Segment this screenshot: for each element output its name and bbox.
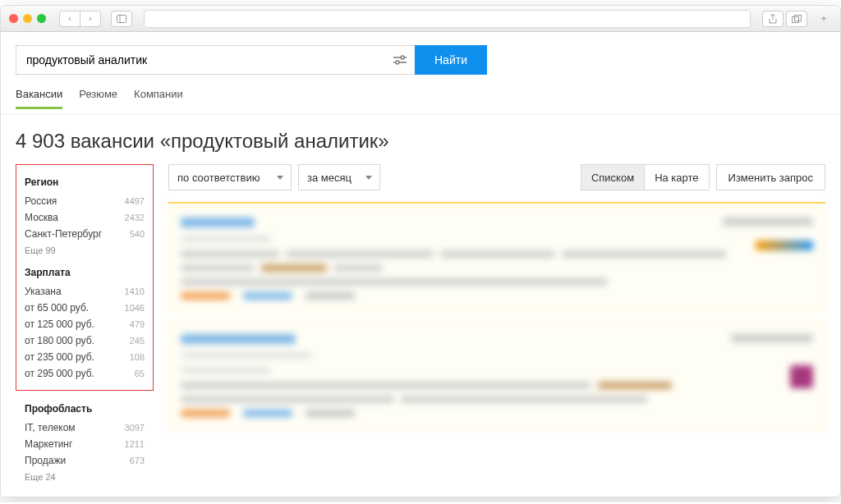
browser-toolbar: ‹ › + — [1, 6, 840, 32]
filter-count: 2432 — [125, 213, 145, 222]
results-list — [168, 202, 825, 429]
filter-block-region: Регион Россия 4497 Москва 2432 Санкт-Пет… — [16, 164, 154, 391]
filter-item[interactable]: IT, телеком 3097 — [25, 419, 145, 436]
type-tabs: Вакансии Резюме Компании — [1, 83, 840, 115]
sort-select-value: по соответствию — [177, 172, 260, 184]
filter-title: Профобласть — [25, 398, 145, 419]
window-minimize[interactable] — [23, 14, 32, 23]
results-main: по соответствию за месяц Списком На карт… — [168, 164, 825, 491]
filter-count: 673 — [130, 456, 145, 465]
browser-window: ‹ › + — [0, 5, 841, 497]
filters-sidebar: Регион Россия 4497 Москва 2432 Санкт-Пет… — [16, 164, 154, 491]
filter-count: 65 — [135, 369, 145, 378]
share-button[interactable] — [762, 11, 784, 27]
salary-label — [731, 334, 813, 342]
filter-item[interactable]: Санкт-Петербург 540 — [25, 226, 145, 242]
svg-point-5 — [401, 56, 404, 59]
svg-rect-3 — [795, 15, 802, 21]
content-area: Регион Россия 4497 Москва 2432 Санкт-Пет… — [1, 164, 840, 491]
results-controls: по соответствию за месяц Списком На карт… — [168, 164, 825, 190]
filter-title: Зарплата — [25, 262, 145, 283]
page-content: Найти Вакансии Резюме Компании 4 903 вак… — [1, 32, 840, 497]
filter-label: Москва — [25, 212, 58, 223]
filter-label: Маркетинг — [25, 438, 72, 450]
filter-count: 3097 — [125, 423, 145, 433]
vacancy-card[interactable] — [168, 322, 825, 429]
forward-button[interactable]: › — [80, 11, 101, 27]
filter-label: Санкт-Петербург — [25, 228, 102, 240]
back-button[interactable]: ‹ — [59, 11, 80, 27]
filter-item[interactable]: Маркетинг 1211 — [25, 436, 145, 452]
filter-item[interactable]: Указана 1410 — [25, 283, 145, 300]
filter-count: 4497 — [125, 196, 145, 206]
filter-more-link[interactable]: Еще 99 — [25, 242, 145, 255]
window-zoom[interactable] — [37, 14, 46, 23]
filter-block-profarea: Профобласть IT, телеком 3097 Маркетинг 1… — [16, 391, 154, 491]
vacancy-card[interactable] — [168, 205, 825, 312]
salary-label — [723, 218, 813, 226]
svg-rect-0 — [117, 15, 126, 22]
panel-icon — [117, 15, 126, 23]
tabs-icon — [792, 15, 802, 23]
search-bar: Найти — [1, 32, 840, 83]
svg-rect-2 — [793, 16, 799, 22]
tab-companies[interactable]: Компании — [134, 83, 183, 109]
filter-item[interactable]: Москва 2432 — [25, 209, 145, 226]
company-logo — [790, 365, 813, 388]
filter-count: 1211 — [125, 439, 145, 449]
filter-count: 1410 — [125, 286, 145, 296]
filter-more-link[interactable]: Еще 24 — [25, 469, 145, 482]
url-bar[interactable] — [144, 10, 751, 28]
filter-item[interactable]: от 180 000 руб. 245 — [25, 332, 145, 349]
filter-label: от 65 000 руб. — [25, 302, 89, 314]
filter-label: Продажи — [25, 455, 66, 466]
filter-count: 479 — [130, 319, 145, 329]
filter-item[interactable]: от 125 000 руб. 479 — [25, 316, 145, 332]
filter-label: IT, телеком — [25, 422, 76, 433]
filter-title: Регион — [25, 172, 145, 193]
tabs-button[interactable] — [786, 11, 807, 27]
sort-select[interactable]: по соответствию — [168, 164, 292, 190]
filter-count: 245 — [130, 336, 145, 346]
filter-label: от 125 000 руб. — [25, 318, 94, 330]
tab-resumes[interactable]: Резюме — [79, 83, 117, 109]
filter-count: 1046 — [125, 303, 145, 313]
sliders-icon — [393, 55, 407, 65]
results-heading: 4 903 вакансии «продуктовый аналитик» — [1, 115, 840, 164]
filter-label: от 295 000 руб. — [25, 368, 94, 379]
search-button[interactable]: Найти — [415, 45, 487, 75]
company-badge — [756, 241, 813, 250]
view-map-button[interactable]: На карте — [645, 164, 709, 190]
filter-item[interactable]: от 65 000 руб. 1046 — [25, 300, 145, 316]
tab-vacancies[interactable]: Вакансии — [16, 83, 62, 109]
search-input[interactable] — [16, 45, 385, 75]
filter-item[interactable]: Продажи 673 — [25, 452, 145, 469]
filter-label: Указана — [25, 286, 62, 297]
filter-label: от 180 000 руб. — [25, 335, 94, 346]
filter-count: 108 — [130, 352, 145, 362]
window-close[interactable] — [9, 14, 18, 23]
view-list-button[interactable]: Списком — [581, 164, 645, 190]
filter-item[interactable]: от 295 000 руб. 65 — [25, 365, 145, 382]
share-icon — [769, 14, 777, 24]
period-select-value: за месяц — [307, 172, 352, 184]
view-toggle: Списком На карте — [581, 164, 710, 190]
sidebar-toggle[interactable] — [111, 11, 132, 27]
filter-count: 540 — [130, 229, 145, 239]
period-select[interactable]: за месяц — [298, 164, 380, 190]
search-filters-toggle[interactable] — [385, 45, 415, 75]
filter-item[interactable]: от 235 000 руб. 108 — [25, 349, 145, 365]
svg-point-7 — [396, 61, 399, 64]
new-tab-button[interactable]: + — [816, 11, 832, 27]
filter-label: Россия — [25, 195, 57, 207]
filter-label: от 235 000 руб. — [25, 351, 94, 363]
filter-item[interactable]: Россия 4497 — [25, 193, 145, 209]
change-query-button[interactable]: Изменить запрос — [716, 164, 825, 190]
